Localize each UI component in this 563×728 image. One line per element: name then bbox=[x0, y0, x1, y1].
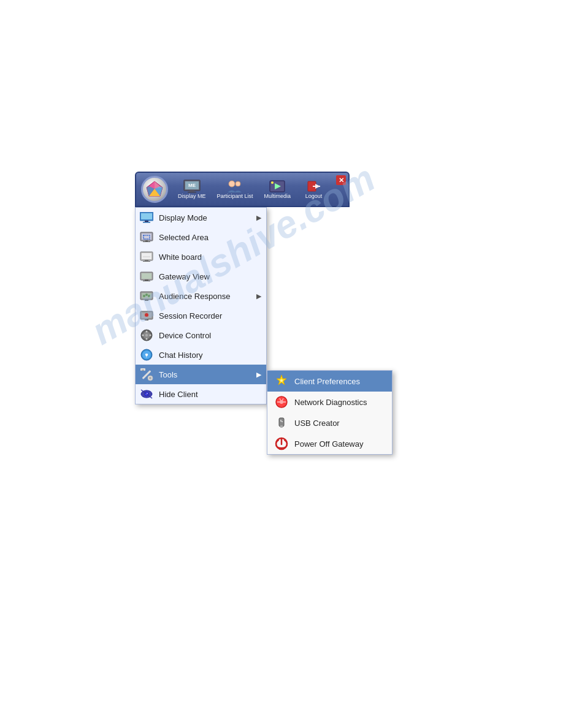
usb-creator-icon bbox=[274, 415, 289, 431]
svg-rect-37 bbox=[145, 279, 148, 281]
tools-label: Tools bbox=[159, 370, 256, 379]
chat-history-label: Chat History bbox=[159, 351, 261, 360]
tools-icon bbox=[139, 367, 154, 382]
svg-text:ME: ME bbox=[188, 183, 196, 188]
white-board-icon bbox=[139, 249, 154, 264]
svg-rect-10 bbox=[190, 191, 194, 192]
submenu-item-client-preferences[interactable]: Client Preferences bbox=[267, 371, 392, 392]
svg-text:?: ? bbox=[145, 352, 148, 358]
gateway-view-label: Gateway View bbox=[159, 272, 261, 281]
network-diagnostics-label: Network Diagnostics bbox=[294, 398, 367, 407]
display-me-icon: ME bbox=[183, 180, 201, 193]
svg-rect-80 bbox=[280, 420, 282, 422]
svg-rect-48 bbox=[145, 319, 148, 320]
svg-point-53 bbox=[146, 338, 148, 340]
logout-button[interactable]: Logout bbox=[297, 178, 331, 201]
app-container: ME Display ME Participant List bbox=[135, 172, 350, 207]
svg-point-17 bbox=[271, 181, 274, 184]
submenu-item-power-off-gateway[interactable]: Power Off Gateway bbox=[267, 433, 392, 454]
display-mode-icon bbox=[139, 210, 154, 225]
context-menu: Display Mode ▶ Selected Area bbox=[135, 207, 267, 404]
multimedia-icon bbox=[269, 180, 286, 193]
svg-point-54 bbox=[142, 335, 144, 336]
power-off-gateway-icon bbox=[274, 436, 289, 452]
participant-list-label: Participant List bbox=[217, 193, 253, 199]
app-logo bbox=[141, 176, 168, 203]
audience-response-icon bbox=[139, 289, 154, 303]
svg-point-55 bbox=[145, 334, 148, 337]
device-control-label: Device Control bbox=[159, 331, 261, 340]
client-preferences-label: Client Preferences bbox=[294, 377, 360, 386]
menu-item-chat-history[interactable]: ? Chat History bbox=[136, 345, 266, 365]
svg-point-43 bbox=[148, 295, 150, 297]
svg-point-71 bbox=[280, 379, 283, 382]
svg-point-51 bbox=[146, 331, 148, 333]
display-me-label: Display ME bbox=[178, 193, 206, 199]
svg-rect-79 bbox=[280, 425, 283, 428]
svg-point-14 bbox=[236, 181, 240, 186]
svg-point-42 bbox=[145, 294, 148, 296]
svg-rect-36 bbox=[142, 273, 151, 279]
session-recorder-label: Session Recorder bbox=[159, 311, 261, 320]
svg-rect-31 bbox=[142, 253, 151, 259]
svg-rect-20 bbox=[313, 186, 320, 187]
submenu-item-network-diagnostics[interactable]: Network Diagnostics bbox=[267, 392, 392, 412]
svg-rect-24 bbox=[143, 222, 150, 223]
svg-rect-22 bbox=[141, 213, 152, 219]
chat-history-icon: ? bbox=[139, 347, 154, 362]
menu-item-gateway-view[interactable]: Gateway View bbox=[136, 267, 266, 286]
toolbar: ME Display ME Participant List bbox=[135, 172, 350, 207]
svg-point-13 bbox=[229, 181, 235, 187]
close-button[interactable]: ✕ bbox=[336, 175, 346, 185]
menu-item-display-mode[interactable]: Display Mode ▶ bbox=[136, 208, 266, 227]
svg-rect-62 bbox=[142, 370, 144, 371]
tools-submenu: Client Preferences Network Diagnostics bbox=[267, 370, 393, 455]
svg-rect-38 bbox=[143, 281, 150, 281]
svg-rect-75 bbox=[283, 401, 286, 403]
power-off-gateway-label: Power Off Gateway bbox=[294, 439, 363, 449]
menu-item-white-board[interactable]: White board bbox=[136, 247, 266, 267]
participant-list-button[interactable]: Participant List bbox=[212, 178, 258, 201]
svg-rect-23 bbox=[145, 221, 148, 222]
logout-label: Logout bbox=[305, 193, 323, 199]
svg-point-41 bbox=[143, 295, 145, 297]
display-mode-arrow: ▶ bbox=[256, 214, 261, 222]
svg-rect-34 bbox=[143, 261, 150, 262]
svg-rect-33 bbox=[145, 260, 148, 261]
audience-response-label: Audience Response bbox=[159, 292, 256, 301]
menu-item-selected-area[interactable]: Selected Area bbox=[136, 227, 266, 247]
hide-client-label: Hide Client bbox=[159, 390, 261, 399]
svg-point-64 bbox=[149, 377, 151, 379]
audience-response-arrow: ▶ bbox=[256, 292, 261, 300]
svg-point-47 bbox=[145, 313, 148, 317]
multimedia-button[interactable]: Multimedia bbox=[259, 178, 296, 201]
usb-creator-label: USB Creator bbox=[294, 419, 340, 428]
menu-item-audience-response[interactable]: Audience Response ▶ bbox=[136, 286, 266, 306]
svg-rect-81 bbox=[282, 421, 283, 422]
svg-point-52 bbox=[150, 335, 151, 336]
submenu-item-usb-creator[interactable]: USB Creator bbox=[267, 412, 392, 433]
white-board-label: White board bbox=[159, 252, 261, 262]
client-preferences-icon bbox=[274, 373, 289, 389]
network-diagnostics-icon bbox=[274, 394, 289, 410]
selected-area-icon bbox=[139, 230, 154, 245]
svg-rect-29 bbox=[143, 241, 150, 242]
svg-rect-44 bbox=[145, 300, 148, 301]
svg-rect-74 bbox=[277, 401, 280, 403]
display-mode-label: Display Mode bbox=[159, 213, 256, 222]
menu-item-tools[interactable]: Tools ▶ bbox=[136, 365, 266, 384]
menu-item-device-control[interactable]: Device Control bbox=[136, 325, 266, 345]
multimedia-label: Multimedia bbox=[264, 193, 291, 199]
logout-icon bbox=[305, 180, 323, 193]
svg-rect-28 bbox=[145, 240, 148, 241]
session-recorder-icon bbox=[139, 308, 154, 323]
toolbar-buttons: ME Display ME Participant List bbox=[173, 178, 343, 201]
selected-area-label: Selected Area bbox=[159, 233, 261, 242]
gateway-view-icon bbox=[139, 269, 154, 284]
menu-item-hide-client[interactable]: Hide Client bbox=[136, 384, 266, 404]
menu-item-session-recorder[interactable]: Session Recorder bbox=[136, 306, 266, 325]
participant-list-icon bbox=[226, 180, 243, 193]
hide-client-icon bbox=[139, 387, 154, 401]
device-control-icon bbox=[139, 328, 154, 343]
display-me-button[interactable]: ME Display ME bbox=[173, 178, 211, 201]
